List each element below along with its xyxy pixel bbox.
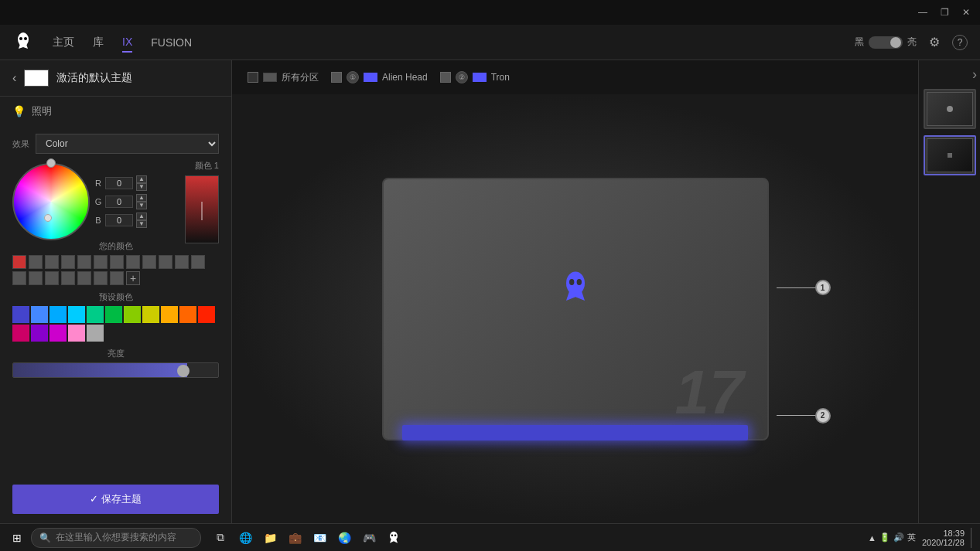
center-area: 所有分区 ① Alien Head ② Tron	[232, 60, 918, 523]
main-layout: ‹ 激活的默认主题 💡 照明 效果 Color	[0, 60, 980, 523]
preset-swatch-3[interactable]	[68, 306, 85, 323]
r-input[interactable]	[105, 177, 133, 189]
start-button[interactable]: ⊞	[6, 527, 28, 549]
mail-icon[interactable]: 📧	[309, 528, 330, 548]
view-thumb-2[interactable]	[924, 135, 976, 175]
your-swatch-13[interactable]	[29, 271, 43, 285]
your-swatch-17[interactable]	[94, 271, 108, 285]
preset-colors-section: 预设颜色	[12, 291, 219, 342]
preset-swatch-0[interactable]	[12, 306, 29, 323]
your-swatch-6[interactable]	[110, 255, 124, 269]
zone-tron-label: Tron	[491, 72, 510, 83]
r-spin-down[interactable]: ▼	[136, 183, 147, 191]
preset-color-swatches	[12, 306, 219, 342]
your-swatch-12[interactable]	[12, 271, 26, 285]
browser-icon[interactable]: 🌐	[235, 528, 255, 548]
your-swatch-1[interactable]	[29, 255, 43, 269]
your-swatch-3[interactable]	[61, 255, 75, 269]
b-input[interactable]	[105, 214, 133, 226]
add-color-button[interactable]: +	[126, 271, 140, 285]
preset-swatch-2[interactable]	[50, 306, 67, 323]
your-swatch-8[interactable]	[142, 255, 156, 269]
save-theme-button[interactable]: ✓ 保存主题	[12, 485, 219, 514]
your-swatch-14[interactable]	[45, 271, 59, 285]
color1-label: 颜色 1	[195, 160, 219, 172]
help-icon[interactable]: ?	[952, 35, 968, 50]
minimize-button[interactable]: —	[915, 5, 930, 20]
b-spin-up[interactable]: ▲	[136, 213, 147, 220]
preset-swatch-10[interactable]	[198, 306, 215, 323]
preset-swatch-9[interactable]	[179, 306, 196, 323]
effect-label: 效果	[12, 138, 29, 150]
your-swatch-11[interactable]	[191, 255, 205, 269]
your-swatch-10[interactable]	[175, 255, 189, 269]
your-swatch-18[interactable]	[110, 271, 124, 285]
preset-swatch-6[interactable]	[124, 306, 141, 323]
zone-all[interactable]: 所有分区	[248, 71, 319, 84]
brightness-handle[interactable]	[177, 365, 190, 377]
your-swatch-16[interactable]	[77, 271, 91, 285]
g-spin-down[interactable]: ▼	[136, 202, 147, 209]
theme-preview-square	[24, 70, 49, 87]
your-swatch-15[interactable]	[61, 271, 75, 285]
taskbar-search[interactable]: 🔍 在这里输入你想要搜索的内容	[31, 528, 201, 548]
close-button[interactable]: ✕	[958, 5, 974, 20]
g-input[interactable]	[105, 196, 133, 208]
collapse-arrow-icon[interactable]: ›	[972, 66, 977, 83]
color-wheel[interactable]	[12, 163, 90, 240]
preset-swatch-14[interactable]	[68, 325, 85, 342]
alien-logo-icon	[12, 32, 34, 53]
r-spin[interactable]: ▲ ▼	[136, 175, 147, 191]
r-spin-up[interactable]: ▲	[136, 175, 147, 183]
b-spin-down[interactable]: ▼	[136, 220, 147, 228]
zone-alien-head-checkbox[interactable]	[331, 72, 342, 83]
g-spin[interactable]: ▲ ▼	[136, 194, 147, 209]
bulb-icon: 💡	[12, 105, 26, 117]
svg-point-8	[394, 534, 396, 536]
edge-icon[interactable]: 🌏	[334, 528, 354, 548]
your-swatch-2[interactable]	[45, 255, 59, 269]
your-swatch-9[interactable]	[159, 255, 172, 269]
your-swatch-4[interactable]	[77, 255, 91, 269]
your-swatch-5[interactable]	[94, 255, 108, 269]
wheel-top-handle[interactable]	[46, 158, 56, 168]
explorer-icon[interactable]: 📁	[260, 528, 280, 548]
theme-title-text: 激活的默认主题	[56, 71, 132, 85]
preset-swatch-8[interactable]	[161, 306, 178, 323]
preset-swatch-11[interactable]	[12, 325, 29, 342]
zone-all-checkbox[interactable]	[248, 72, 258, 83]
b-label: B	[94, 216, 102, 225]
brightness-bar[interactable]	[12, 362, 219, 378]
brightness-control[interactable]: 黑 亮	[855, 36, 917, 49]
view-thumb-1[interactable]	[924, 89, 976, 129]
your-swatch-0[interactable]	[12, 255, 26, 269]
zone-alien-head[interactable]: ① Alien Head	[331, 71, 428, 83]
preset-swatch-7[interactable]	[142, 306, 159, 323]
nav-library[interactable]: 库	[93, 32, 104, 53]
zone-tron[interactable]: ② Tron	[440, 71, 510, 83]
preset-swatch-15[interactable]	[87, 325, 104, 342]
effect-select[interactable]: Color	[36, 134, 219, 154]
zone-2-indicator: 2	[777, 408, 831, 423]
brightness-fill	[13, 363, 187, 377]
nav-ix[interactable]: IX	[122, 32, 132, 53]
nav-home[interactable]: 主页	[53, 32, 74, 53]
settings-icon[interactable]: ⚙	[929, 35, 940, 49]
maximize-button[interactable]: ❐	[937, 5, 952, 20]
preset-swatch-13[interactable]	[50, 325, 67, 342]
preset-swatch-4[interactable]	[87, 306, 104, 323]
g-spin-up[interactable]: ▲	[136, 194, 147, 202]
game-icon[interactable]: 🎮	[359, 528, 379, 548]
store-icon[interactable]: 💼	[285, 528, 305, 548]
b-spin[interactable]: ▲ ▼	[136, 213, 147, 228]
show-desktop-icon[interactable]	[971, 528, 974, 548]
back-button[interactable]: ‹	[12, 71, 16, 85]
nav-fusion[interactable]: FUSION	[151, 33, 192, 52]
taskview-icon[interactable]: ⧉	[210, 528, 230, 548]
preset-swatch-1[interactable]	[31, 306, 48, 323]
preset-swatch-5[interactable]	[105, 306, 122, 323]
alienware-taskbar-icon[interactable]	[384, 528, 404, 548]
your-swatch-7[interactable]	[126, 255, 140, 269]
preset-swatch-12[interactable]	[31, 325, 48, 342]
zone-tron-checkbox[interactable]	[440, 72, 451, 83]
